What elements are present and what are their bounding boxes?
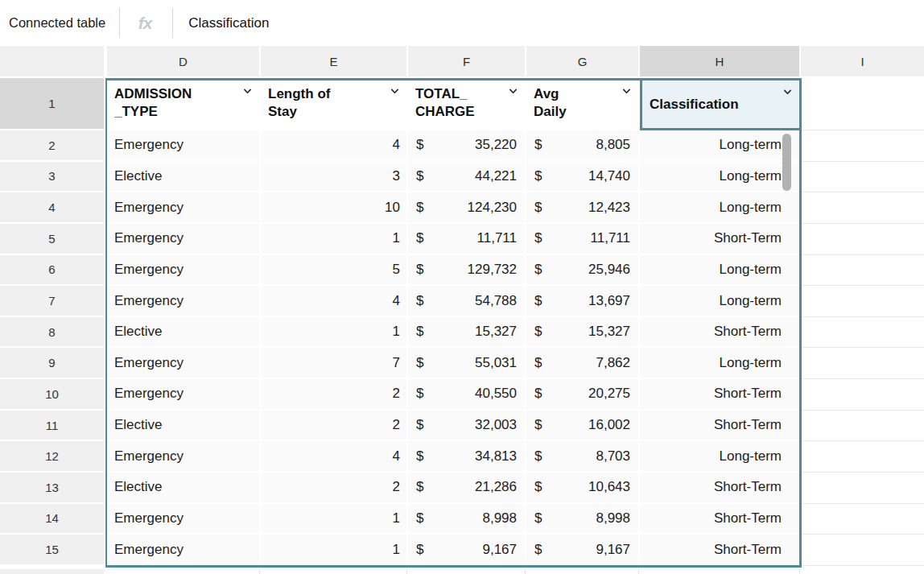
cell-avg-daily[interactable]: $8,703 [526,441,638,471]
cell-total-charge[interactable]: $124,230 [408,192,525,222]
field-header-f1[interactable]: TOTAL_CHARGE [408,78,525,129]
cell-length-of-stay[interactable]: 1 [261,317,406,347]
row-header-7[interactable]: 7 [0,286,104,316]
cell-admission-type[interactable]: Emergency [107,504,259,534]
cell-length-of-stay[interactable]: 7 [261,348,406,378]
row-header-13[interactable]: 13 [0,473,104,502]
cell-length-of-stay[interactable]: 4 [261,130,406,160]
cell-avg-daily[interactable]: $11,711 [526,224,638,254]
cell-avg-daily[interactable]: $25,946 [526,255,638,285]
cell-i12[interactable] [801,441,924,473]
cell-admission-type[interactable]: Elective [107,473,259,502]
cell-total-charge[interactable]: $9,167 [408,535,525,564]
cell-i1[interactable] [801,78,924,130]
cell-classification[interactable]: Long-term [640,348,799,378]
row-header-8[interactable]: 8 [0,317,104,347]
row-header-5[interactable]: 5 [0,224,104,254]
cell-classification[interactable]: Short-Term [640,224,799,254]
column-header-h[interactable]: H [640,46,799,76]
cell-classification[interactable]: Long-term [640,192,799,222]
cell-classification[interactable]: Short-Term [640,473,799,502]
cell-total-charge[interactable]: $55,031 [408,348,525,378]
cell-i3[interactable] [801,162,924,193]
row-header-9[interactable]: 9 [0,348,104,378]
cell-i15[interactable] [801,535,924,566]
cell-classification[interactable]: Long-term [640,162,799,192]
column-header-g[interactable]: G [526,46,638,76]
cell-avg-daily[interactable]: $14,740 [526,162,638,192]
cell-total-charge[interactable]: $15,327 [408,317,525,347]
cell-total-charge[interactable]: $40,550 [408,379,525,409]
cell-i8[interactable] [801,317,924,349]
cell-length-of-stay[interactable]: 1 [261,224,406,254]
column-header-d[interactable]: D [107,46,259,76]
cell-avg-daily[interactable]: $7,862 [526,348,638,378]
row-header-6[interactable]: 6 [0,255,104,285]
cell-i13[interactable] [801,473,924,504]
column-header-i[interactable]: I [801,46,924,76]
chevron-down-icon[interactable] [389,85,401,97]
row-header-11[interactable]: 11 [0,411,104,440]
cell-total-charge[interactable]: $44,221 [408,162,525,192]
cell-total-charge[interactable]: $8,998 [408,504,525,534]
row-header-15[interactable]: 15 [0,535,104,564]
chevron-down-icon[interactable] [507,85,519,97]
row-header-12[interactable]: 12 [0,441,104,471]
cell-total-charge[interactable]: $129,732 [408,255,525,285]
cell-total-charge[interactable]: $21,286 [408,473,525,502]
field-header-g1[interactable]: AvgDaily [526,78,638,129]
cell-total-charge[interactable]: $35,220 [408,130,525,160]
column-header-e[interactable]: E [261,46,406,76]
cell-avg-daily[interactable]: $13,697 [526,286,638,316]
column-header-f[interactable]: F [408,46,525,76]
cell-admission-type[interactable]: Emergency [107,130,259,160]
cell-i6[interactable] [801,255,924,287]
chevron-down-icon[interactable] [241,85,254,97]
cell-length-of-stay[interactable]: 4 [261,286,406,316]
cell-admission-type[interactable]: Emergency [107,192,259,222]
cell-classification[interactable]: Short-Term [640,504,799,534]
cell-classification[interactable]: Long-term [640,130,799,160]
row-header-2[interactable]: 2 [0,130,104,160]
cell-admission-type[interactable]: Emergency [107,286,259,316]
cell-avg-daily[interactable]: $9,167 [526,535,638,564]
cell-avg-daily[interactable]: $16,002 [526,411,638,440]
cell-avg-daily[interactable]: $8,805 [526,130,638,160]
table-name-label[interactable]: Connected table [9,15,105,31]
cell-admission-type[interactable]: Emergency [107,255,259,285]
cell-i9[interactable] [801,348,924,379]
cell-admission-type[interactable]: Emergency [107,535,259,564]
chevron-down-icon[interactable] [782,86,794,98]
cell-total-charge[interactable]: $32,003 [408,411,525,440]
selected-cell-h1[interactable]: Classification [640,78,802,130]
vertical-scrollbar-thumb[interactable] [782,134,791,191]
row-header-10[interactable]: 10 [0,379,104,409]
row-header-3[interactable]: 3 [0,162,104,192]
cell-i2[interactable] [801,130,924,162]
cell-admission-type[interactable]: Emergency [107,379,259,409]
cell-classification[interactable]: Short-Term [640,317,799,347]
cell-i5[interactable] [801,224,924,255]
cell-length-of-stay[interactable]: 1 [261,504,406,534]
cell-avg-daily[interactable]: $20,275 [526,379,638,409]
cell-admission-type[interactable]: Emergency [107,348,259,378]
row-header-1[interactable]: 1 [0,78,104,129]
field-header-e1[interactable]: Length ofStay [261,78,406,129]
cell-length-of-stay[interactable]: 3 [261,162,406,192]
cell-length-of-stay[interactable]: 1 [261,535,406,564]
cell-admission-type[interactable]: Elective [107,317,259,347]
cell-length-of-stay[interactable]: 2 [261,411,406,440]
cell-total-charge[interactable]: $34,813 [408,441,525,471]
cell-avg-daily[interactable]: $12,423 [526,192,638,222]
cell-total-charge[interactable]: $11,711 [408,224,525,254]
field-header-d1[interactable]: ADMISSION_TYPE [107,78,259,129]
cell-admission-type[interactable]: Emergency [107,441,259,471]
cell-i11[interactable] [801,411,924,442]
cell-length-of-stay[interactable]: 2 [261,473,406,502]
cell-admission-type[interactable]: Elective [107,411,259,440]
row-header-14[interactable]: 14 [0,504,104,534]
cell-length-of-stay[interactable]: 2 [261,379,406,409]
formula-input[interactable]: Classification [188,15,269,31]
cell-avg-daily[interactable]: $15,327 [526,317,638,347]
row-header-4[interactable]: 4 [0,192,104,222]
